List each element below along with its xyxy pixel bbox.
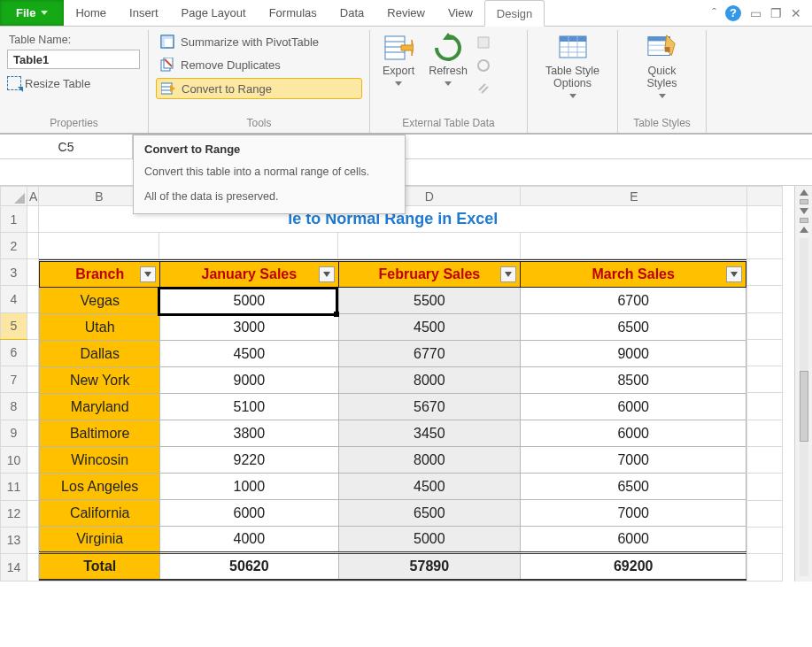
tab-formulas[interactable]: Formulas [258,0,329,26]
unlink-icon[interactable] [476,81,492,97]
tab-design[interactable]: Design [484,0,545,27]
tab-view[interactable]: View [437,0,484,26]
table-row[interactable]: Wincosin922080007000 [40,447,746,474]
branch-cell[interactable]: Baltimore [40,420,160,447]
feb-cell[interactable]: 3450 [338,420,521,447]
row-header-13[interactable]: 13 [1,527,27,553]
filter-button-mar[interactable] [726,266,742,282]
row-header-14[interactable]: 14 [1,554,27,581]
jan-cell[interactable]: 6000 [160,500,339,527]
restore-icon[interactable]: ❐ [770,6,782,20]
ribbon-collapse-icon[interactable]: ˆ [712,6,716,20]
row-header-12[interactable]: 12 [1,500,27,527]
jan-cell[interactable]: 4500 [160,341,339,367]
mar-cell[interactable]: 9000 [521,341,746,367]
branch-cell[interactable]: Wincosin [40,447,160,474]
cell-A1[interactable] [27,206,39,233]
feb-cell[interactable]: 5500 [338,288,521,314]
table-row[interactable]: Baltimore380034506000 [40,420,746,447]
row-header-5[interactable]: 5 [1,312,27,339]
mar-cell[interactable]: 6700 [521,288,746,314]
table-name-input[interactable] [7,50,140,69]
row-header-4[interactable]: 4 [1,286,27,312]
feb-cell[interactable]: 4500 [338,474,521,500]
col-branch-header[interactable]: Branch [40,261,160,288]
scroll-track[interactable] [800,238,808,576]
remove-duplicates-button[interactable]: Remove Duplicates [156,55,362,74]
summarize-pivottable-button[interactable]: Summarize with PivotTable [156,32,362,51]
jan-cell[interactable]: 5100 [160,394,339,420]
filter-button-feb[interactable] [500,266,516,282]
tab-review[interactable]: Review [375,0,437,26]
branch-cell[interactable]: Virginia [40,527,160,553]
branch-cell[interactable]: California [40,500,160,527]
tab-home[interactable]: Home [64,0,118,26]
jan-cell[interactable]: 1000 [160,474,339,500]
quick-styles-button[interactable]: Quick Styles [641,32,684,98]
feb-cell[interactable]: 8000 [338,447,521,474]
tab-data[interactable]: Data [329,0,375,26]
filter-button-branch[interactable] [140,266,156,282]
style-options-dropdown-icon[interactable] [569,92,576,98]
close-icon[interactable]: ✕ [791,6,801,20]
jan-cell[interactable]: 4000 [160,527,339,553]
scroll-split-top[interactable] [800,199,808,204]
jan-cell[interactable]: 9000 [160,367,339,394]
mar-cell[interactable]: 6500 [521,474,746,500]
scroll-up-small-icon[interactable] [800,227,808,233]
quick-styles-dropdown-icon[interactable] [659,92,666,98]
mar-cell[interactable]: 6000 [521,394,746,420]
scroll-thumb[interactable] [800,371,808,442]
vertical-scrollbar[interactable] [794,186,812,582]
refresh-button[interactable]: Refresh [423,32,473,86]
scroll-split-mid[interactable] [800,218,808,223]
table-row[interactable]: California600065007000 [40,500,746,527]
name-box[interactable]: C5 [0,135,133,158]
mar-cell[interactable]: 7000 [521,500,746,527]
row-header-2[interactable]: 2 [1,233,27,259]
jan-cell[interactable]: 3000 [160,314,339,341]
convert-to-range-button[interactable]: Convert to Range [156,78,362,99]
feb-cell[interactable]: 6770 [338,341,521,367]
select-all-corner[interactable] [1,187,27,206]
jan-cell[interactable]: 5000 [160,288,339,314]
row-header-11[interactable]: 11 [1,474,27,500]
mar-cell[interactable]: 8500 [521,367,746,394]
tab-insert[interactable]: Insert [118,0,170,26]
row-header-7[interactable]: 7 [1,366,27,393]
worksheet-grid[interactable]: A B C D E 1 le to Normal Range in Excel … [0,186,783,582]
feb-cell[interactable]: 4500 [338,314,521,341]
table-row[interactable]: Virginia400050006000 [40,527,746,553]
col-february-header[interactable]: February Sales [338,261,521,288]
col-january-header[interactable]: January Sales [160,261,339,288]
row-header-9[interactable]: 9 [1,420,27,446]
branch-cell[interactable]: Maryland [40,394,160,420]
mar-cell[interactable]: 7000 [521,447,746,474]
table-row[interactable]: Maryland510056706000 [40,394,746,420]
jan-cell[interactable]: 3800 [160,420,339,447]
col-header-A[interactable]: A [27,187,39,206]
col-header-extra[interactable] [747,187,783,206]
branch-cell[interactable]: Utah [40,314,160,341]
branch-cell[interactable]: Los Angeles [40,474,160,500]
tab-file[interactable]: File [0,0,64,26]
help-icon[interactable]: ? [725,5,741,21]
table-row[interactable]: Vegas500055006700 [40,288,746,314]
feb-cell[interactable]: 5670 [338,394,521,420]
properties-icon[interactable] [476,35,492,51]
table-row[interactable]: Los Angeles100045006500 [40,474,746,500]
export-dropdown-icon[interactable] [395,80,402,86]
export-button[interactable]: Export [377,32,420,86]
filter-button-jan[interactable] [319,266,335,282]
branch-cell[interactable]: New York [40,367,160,394]
row-header-3[interactable]: 3 [1,259,27,286]
scroll-up-icon[interactable] [800,189,808,196]
row-header-6[interactable]: 6 [1,339,27,366]
table-row[interactable]: New York900080008500 [40,367,746,394]
col-header-E[interactable]: E [521,187,747,206]
branch-cell[interactable]: Vegas [40,288,160,314]
feb-cell[interactable]: 5000 [338,527,521,553]
col-march-header[interactable]: March Sales [521,261,746,288]
row-header-8[interactable]: 8 [1,393,27,420]
mar-cell[interactable]: 6000 [521,420,746,447]
